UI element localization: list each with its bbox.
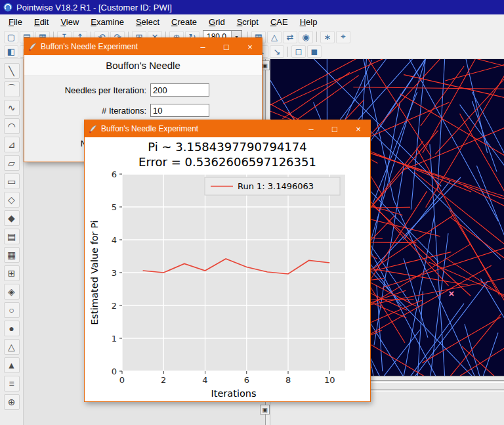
probe-icon[interactable]: ⌖ [336, 31, 350, 43]
minimize-button[interactable]: – [191, 38, 215, 55]
circle-tool-icon[interactable]: ○ [4, 302, 20, 318]
shaded-icon[interactable]: ◼ [307, 45, 322, 58]
close-button[interactable]: × [346, 120, 370, 137]
y-tick-label: 6 [112, 171, 117, 179]
y-axis-label: Estimated Value for Pi [89, 220, 100, 324]
view-sphere-icon[interactable]: ◉ [299, 31, 313, 43]
block-tool-icon[interactable]: ⊞ [4, 265, 20, 281]
buffon-results-dialog: Buffon's Needle Experiment – □ × Pi ~ 3.… [84, 120, 371, 402]
axes-icon[interactable]: ∗ [320, 31, 335, 43]
separator [316, 32, 317, 42]
menu-item-examine[interactable]: Examine [85, 16, 130, 28]
curve-tool-icon[interactable]: ◠ [4, 118, 20, 134]
point-tool-icon[interactable]: ● [4, 321, 20, 336]
close-button[interactable]: × [238, 38, 262, 55]
y-tick-label: 0 [112, 367, 117, 376]
dimension-icon[interactable]: ⇄ [283, 31, 297, 43]
dialog-titlebar[interactable]: Buffon's Needle Experiment – □ × [85, 120, 370, 137]
iterations-label: # Iterations: [24, 106, 150, 116]
y-tick-label: 1 [112, 334, 117, 344]
arc-tool-icon[interactable]: ⌒ [4, 81, 20, 97]
rect-tool-icon[interactable]: ▭ [4, 173, 20, 189]
tk-feather-icon [28, 43, 37, 51]
y-tick-label: 4 [112, 235, 117, 245]
x-tick-label: 6 [244, 375, 249, 385]
minimize-button[interactable]: – [299, 120, 323, 137]
needles-per-iteration-label: Needles per Iteration: [24, 85, 150, 95]
add-tool-icon[interactable]: ⊕ [4, 394, 20, 410]
gem-tool-icon[interactable]: ◈ [4, 284, 20, 300]
x-axis-label: Iterations [211, 388, 256, 399]
x-tick-label: 4 [202, 375, 207, 385]
dialog-title: Buffon's Needle Experiment [101, 124, 198, 133]
panel-toggle-icon[interactable]: ▣ [260, 405, 270, 414]
select-entity-icon[interactable]: ◧ [4, 45, 18, 58]
needles-per-iteration-input[interactable] [150, 83, 209, 97]
plane-tool-icon[interactable]: ▱ [4, 155, 20, 171]
menu-item-help[interactable]: Help [294, 16, 324, 28]
tri-outline-tool-icon[interactable]: △ [4, 339, 20, 355]
y-tick-label: 5 [112, 202, 117, 212]
x-tick-label: 2 [161, 375, 166, 385]
menu-item-grid[interactable]: Grid [203, 16, 231, 28]
menu-item-script[interactable]: Script [231, 16, 264, 28]
y-tick-label: 2 [112, 301, 117, 311]
tri-solid-tool-icon[interactable]: ▲ [4, 357, 20, 373]
zoom-box-icon[interactable]: ↘ [270, 45, 284, 58]
dialog-heading: Bouffon's Needle [24, 55, 262, 76]
menu-item-file[interactable]: File [3, 16, 28, 28]
x-tick-label: 0 [119, 375, 125, 385]
new-file-icon[interactable]: ▢ [4, 31, 18, 43]
solid-diamond-tool-icon[interactable]: ◆ [4, 210, 20, 226]
diamond-tool-icon[interactable]: ◇ [4, 192, 20, 208]
triangle-tool-icon[interactable]: ⊿ [4, 137, 20, 152]
menu-item-create[interactable]: Create [165, 16, 203, 28]
maximize-button[interactable]: □ [323, 120, 346, 137]
x-tick-label: 8 [285, 375, 291, 385]
dialog-titlebar[interactable]: Buffon's Needle Experiment – □ × [24, 38, 262, 55]
menu-item-edit[interactable]: Edit [28, 16, 54, 28]
pi-error-text: Error = 0.5362606597126351 [85, 154, 370, 169]
legend-label: Run 1: 3.1496063 [238, 181, 314, 191]
layers-icon[interactable]: ≡ [4, 376, 20, 391]
mesh-tool-icon[interactable]: ▤ [4, 229, 20, 244]
tk-feather-icon [89, 125, 97, 133]
x-tick-label: 10 [324, 375, 335, 385]
window-titlebar[interactable]: Pointwise V18.2 R1 - [Customer ID: PWI] [0, 0, 504, 14]
menu-item-select[interactable]: Select [130, 16, 165, 28]
maximize-button[interactable]: □ [215, 38, 238, 55]
separator [287, 47, 288, 57]
solver-icon[interactable]: △ [267, 31, 282, 43]
y-tick-label: 3 [112, 268, 117, 278]
menu-item-cae[interactable]: CAE [264, 16, 294, 28]
left-toolbar: ╲⌒∿◠⊿▱▭◇◆▤▦⊞◈○●△▲≡⊕ [0, 59, 24, 425]
pi-chart: 01234560246810Run 1: 3.1496063Iterations… [85, 171, 371, 401]
iterations-input[interactable] [150, 104, 209, 117]
grid-tool-icon[interactable]: ▦ [4, 247, 20, 263]
pi-estimate-text: Pi ~ 3.1584397790794174 [85, 139, 370, 154]
pointwise-logo-icon [3, 3, 12, 12]
line-tool-icon[interactable]: ╲ [4, 63, 20, 79]
dialog-title: Buffon's Needle Experiment [41, 42, 138, 51]
menu-item-view[interactable]: View [54, 16, 85, 28]
menu-bar: FileEditViewExamineSelectCreateGridScrip… [0, 14, 504, 29]
wireframe-icon[interactable]: ◻ [291, 45, 306, 58]
window-title: Pointwise V18.2 R1 - [Customer ID: PWI] [16, 3, 172, 12]
selection-marker: × [449, 288, 455, 299]
spline-tool-icon[interactable]: ∿ [4, 100, 20, 116]
